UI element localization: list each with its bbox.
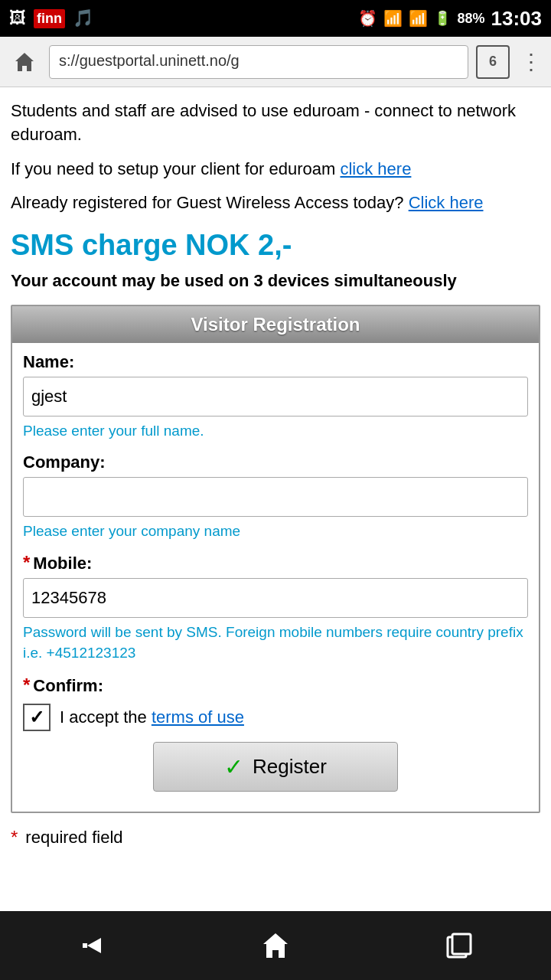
status-icons-left: 🖼 finn 🎵 xyxy=(9,8,93,28)
devices-text: Your account may be used on 3 devices si… xyxy=(11,271,540,291)
signal-icon: 📶 xyxy=(409,9,428,28)
status-icons-right: ⏰ 📶 📶 🔋 88% 13:03 xyxy=(358,7,542,31)
photo-icon: 🖼 xyxy=(9,8,26,28)
company-section: Company: Please enter your company name xyxy=(23,452,528,542)
mobile-hint: Password will be sent by SMS. Foreign mo… xyxy=(23,622,528,663)
terms-checkbox[interactable] xyxy=(23,704,51,731)
eduroam-click-here-link[interactable]: click here xyxy=(340,159,411,178)
confirm-section: *Confirm: xyxy=(23,675,528,696)
terms-accept-text: I accept the xyxy=(60,707,147,727)
music-icon: 🎵 xyxy=(73,8,93,28)
form-body: Name: Please enter your full name. Compa… xyxy=(12,343,539,811)
required-note-text: required field xyxy=(25,828,122,848)
eduroam-click-here-text: click here xyxy=(340,159,411,178)
confirm-label: *Confirm: xyxy=(23,675,528,696)
browser-home-button[interactable] xyxy=(8,45,41,79)
name-input[interactable] xyxy=(23,377,528,416)
terms-link[interactable]: terms of use xyxy=(152,707,244,727)
required-note-star: * xyxy=(11,827,18,848)
eduroam-setup-text: If you need to setup your client for edu… xyxy=(11,158,540,181)
svg-rect-2 xyxy=(83,943,87,948)
register-button[interactable]: ✓ Register xyxy=(153,742,398,792)
eduroam-info-text-content: Students and staff are advised to use ed… xyxy=(11,101,516,144)
eduroam-info-text: Students and staff are advised to use ed… xyxy=(11,100,540,147)
already-registered-label: Already registered for Guest Wireless Ac… xyxy=(11,193,404,212)
already-registered-link[interactable]: Click here xyxy=(409,193,484,212)
name-label: Name: xyxy=(23,352,528,372)
tabs-button[interactable]: 6 xyxy=(476,45,510,79)
svg-marker-3 xyxy=(263,933,288,958)
register-button-label: Register xyxy=(253,755,327,779)
finn-icon: finn xyxy=(34,9,65,28)
battery-icon: 🔋 xyxy=(434,10,451,27)
confirm-required-star: * xyxy=(23,675,30,695)
url-text: s://guestportal.uninett.no/g xyxy=(59,52,240,69)
terms-checkbox-row: I accept the terms of use xyxy=(23,704,528,731)
mobile-input[interactable] xyxy=(23,578,528,618)
mobile-label: *Mobile: xyxy=(23,552,528,573)
url-bar[interactable]: s://guestportal.uninett.no/g xyxy=(49,45,468,79)
back-button[interactable] xyxy=(61,923,122,969)
eduroam-setup-label: If you need to setup your client for edu… xyxy=(11,159,335,178)
mobile-section: *Mobile: Password will be sent by SMS. F… xyxy=(23,552,528,663)
terms-label: I accept the terms of use xyxy=(60,707,244,727)
bottom-navigation xyxy=(0,911,551,980)
svg-rect-5 xyxy=(452,934,471,954)
name-hint: Please enter your full name. xyxy=(23,421,528,442)
form-title: Visitor Registration xyxy=(12,306,539,343)
browser-toolbar: s://guestportal.uninett.no/g 6 ⋮ xyxy=(0,37,551,87)
required-note: * required field xyxy=(11,824,540,859)
company-input[interactable] xyxy=(23,477,528,517)
page-content: Students and staff are advised to use ed… xyxy=(0,87,551,859)
sms-charge-title: SMS charge NOK 2,- xyxy=(11,229,540,262)
alarm-icon: ⏰ xyxy=(358,9,377,28)
wifi-icon: 📶 xyxy=(383,9,403,28)
already-registered-click-here: Click here xyxy=(409,193,484,212)
battery-percent: 88% xyxy=(457,11,484,27)
register-checkmark-icon: ✓ xyxy=(224,753,243,780)
status-bar: 🖼 finn 🎵 ⏰ 📶 📶 🔋 88% 13:03 xyxy=(0,0,551,37)
terms-link-text: terms of use xyxy=(152,707,244,727)
svg-marker-0 xyxy=(15,53,34,71)
company-hint: Please enter your company name xyxy=(23,521,528,542)
tabs-count: 6 xyxy=(489,54,497,70)
name-section: Name: Please enter your full name. xyxy=(23,352,528,442)
company-label: Company: xyxy=(23,452,528,472)
home-button[interactable] xyxy=(245,923,306,969)
already-registered-text: Already registered for Guest Wireless Ac… xyxy=(11,191,540,215)
browser-menu-button[interactable]: ⋮ xyxy=(517,45,543,79)
svg-marker-1 xyxy=(87,938,101,953)
registration-form: Visitor Registration Name: Please enter … xyxy=(11,305,540,812)
register-button-wrapper: ✓ Register xyxy=(23,742,528,792)
recents-button[interactable] xyxy=(429,923,490,969)
time-display: 13:03 xyxy=(491,7,543,31)
mobile-required-star: * xyxy=(23,552,30,573)
